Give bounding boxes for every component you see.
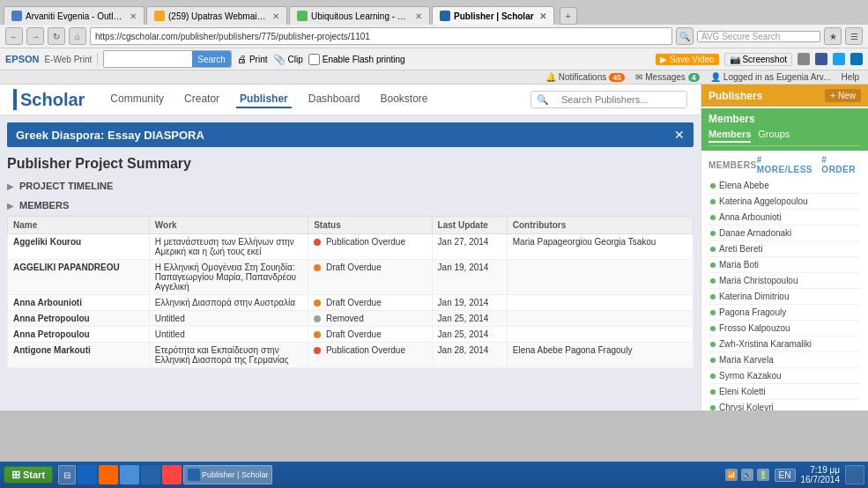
sys-icons: 📶 🔊 🔋: [725, 469, 769, 481]
outlook-icon[interactable]: [141, 465, 160, 484]
nav-community[interactable]: Community: [107, 91, 167, 108]
messages-item[interactable]: ✉ Messages 4: [635, 72, 700, 82]
print-item[interactable]: 🖨 Print: [237, 54, 268, 64]
address-bar[interactable]: https://cgscholar.com/publisher/publishe…: [90, 27, 672, 45]
member-item[interactable]: Katerina Dimitriou: [708, 289, 861, 305]
envelope-icon: ✉: [635, 72, 642, 82]
avg-search-bar[interactable]: AVG Secure Search: [697, 31, 820, 42]
member-item[interactable]: Anna Arbounioti: [708, 210, 861, 226]
new-label: New: [838, 91, 856, 100]
flash-checkbox[interactable]: [308, 54, 320, 65]
order-link[interactable]: # Order: [821, 155, 861, 174]
tab-outlook[interactable]: Arvaniti Evgenia - Outlook We... ✕: [4, 6, 145, 25]
table-row[interactable]: Aggeliki Kourou Η μετανάστευση των Ελλήν…: [8, 234, 694, 260]
cell-work: Ελληνική Διασπορά στην Αυστραλία: [149, 295, 308, 311]
table-row[interactable]: Antigone Markouti Ετερότητα και Εκπαίδευ…: [8, 343, 694, 368]
member-item[interactable]: Maria Karvela: [708, 352, 861, 368]
members-section-header[interactable]: ▶ MEMBERS: [7, 200, 694, 211]
tab-members[interactable]: Members: [708, 129, 751, 143]
more-less-link[interactable]: # More/Less: [757, 155, 817, 174]
settings-button[interactable]: ☰: [845, 27, 863, 45]
member-item[interactable]: Katerina Aggelopoulou: [708, 194, 861, 210]
ie-icon[interactable]: [78, 465, 97, 484]
new-publisher-button[interactable]: + New: [825, 89, 861, 102]
tab-close-publisher[interactable]: ✕: [539, 11, 546, 21]
flash-label[interactable]: Enable Flash printing: [308, 54, 405, 65]
member-dot: [710, 342, 716, 347]
new-tab-button[interactable]: +: [560, 7, 577, 25]
member-dot: [710, 294, 716, 299]
tab-publisher[interactable]: Publisher | Scholar ✕: [432, 6, 554, 25]
status-text: Draft Overdue: [326, 262, 382, 272]
cell-status: Draft Overdue: [308, 327, 432, 343]
bookmark-button[interactable]: ★: [824, 27, 842, 45]
nav-publisher[interactable]: Publisher: [236, 91, 292, 108]
firefox-icon[interactable]: [99, 465, 118, 484]
search-box-sm[interactable]: Search: [103, 50, 232, 68]
nav-bookstore[interactable]: Bookstore: [376, 91, 431, 108]
col-work[interactable]: Work: [149, 217, 308, 234]
tab-groups[interactable]: Groups: [758, 129, 790, 143]
show-desktop-btn-right[interactable]: [845, 465, 864, 484]
address-text: https://cgscholar.com/publisher/publishe…: [95, 32, 667, 41]
search-browser-button[interactable]: 🔍: [676, 27, 694, 45]
logged-in-item[interactable]: 👤 Logged in as Eugenia Arv...: [710, 72, 831, 82]
cell-work: Untitled: [149, 311, 308, 327]
col-status[interactable]: Status: [308, 217, 432, 234]
timeline-section-header[interactable]: ▶ PROJECT TIMELINE: [7, 181, 694, 191]
member-item[interactable]: Maria Boti: [708, 257, 861, 273]
tab-close-outlook[interactable]: ✕: [130, 11, 137, 21]
language-button[interactable]: EN: [775, 469, 796, 482]
member-item[interactable]: Frosso Kalpouzou: [708, 321, 861, 336]
member-name: Zwh-Xristina Karamaliki: [719, 339, 812, 349]
save-video-btn[interactable]: ▶ Save Video: [656, 54, 719, 65]
member-item[interactable]: Maria Christopoulou: [708, 273, 861, 289]
member-item[interactable]: Chrysi Kolevri: [708, 400, 861, 410]
cell-last-update: Jan 28, 2014: [432, 343, 507, 368]
table-row[interactable]: Anna Petropoulou Untitled Draft Overdue …: [8, 327, 694, 343]
notification-bar: 🔔 Notifications 45 ✉ Messages 4 👤 Logged…: [0, 70, 868, 85]
scholar-search[interactable]: 🔍: [530, 91, 687, 108]
member-item[interactable]: Syrmo Kazakou: [708, 368, 861, 384]
scholar-search-input[interactable]: [554, 92, 686, 107]
member-item[interactable]: Elena Abebe: [708, 178, 861, 194]
tab-label-publisher: Publisher | Scholar: [454, 11, 534, 21]
members-green-panel: Members Members Groups: [701, 108, 868, 151]
skype-icon[interactable]: [162, 465, 182, 484]
col-name[interactable]: Name: [8, 217, 150, 234]
tab-close-ubiquitous[interactable]: ✕: [415, 11, 422, 21]
search-submit-sm[interactable]: Search: [192, 51, 231, 67]
member-item[interactable]: Areti Bereti: [708, 241, 861, 257]
nav-dashboard[interactable]: Dashboard: [305, 91, 364, 108]
help-item[interactable]: Help: [841, 72, 859, 82]
forward-button[interactable]: →: [26, 27, 44, 45]
cell-work: Η μετανάστευση των Ελλήνων στην Αμερική …: [149, 234, 308, 260]
back-button[interactable]: ←: [5, 27, 23, 45]
member-item[interactable]: Pagona Fragouly: [708, 305, 861, 321]
table-row[interactable]: Anna Arbounioti Ελληνική Διασπορά στην Α…: [8, 295, 694, 311]
member-item[interactable]: Zwh-Xristina Karamaliki: [708, 336, 861, 352]
clip-item[interactable]: 📎 Clip: [273, 54, 303, 65]
nav-creator[interactable]: Creator: [181, 91, 223, 108]
tab-ubiquitous[interactable]: Ubiquitous Learning - Βιβλ... ✕: [289, 6, 430, 25]
screenshot-btn[interactable]: 📷 Screenshot: [724, 53, 792, 66]
tab-close-webmail[interactable]: ✕: [272, 11, 279, 21]
home-button[interactable]: ⌂: [69, 27, 86, 45]
member-item[interactable]: Danae Arnadonaki: [708, 226, 861, 241]
notifications-item[interactable]: 🔔 Notifications 45: [545, 72, 625, 82]
refresh-button[interactable]: ↻: [48, 27, 65, 45]
table-row[interactable]: Anna Petropoulou Untitled Removed Jan 25…: [8, 311, 694, 327]
show-desktop-btn[interactable]: ⊟: [58, 465, 76, 484]
project-close-button[interactable]: ✕: [674, 128, 685, 142]
member-item[interactable]: Eleni Koletti: [708, 384, 861, 400]
start-button[interactable]: ⊞ Start: [4, 466, 53, 484]
taskbar-right: 📶 🔊 🔋 EN 7:19 μμ 16/7/2014: [725, 465, 864, 484]
tab-webmail[interactable]: (259) Upatras Webmail :: Es... ✕: [146, 6, 287, 25]
taskbar-item-publisher[interactable]: Publisher | Scholar: [183, 465, 272, 484]
col-last-update[interactable]: Last Update: [432, 217, 507, 234]
search-input-sm[interactable]: [104, 51, 192, 67]
table-row[interactable]: AGGELIKI PAPANDREOU Η Ελληνική Ομογένεια…: [8, 260, 694, 295]
chrome-icon[interactable]: [120, 465, 139, 484]
help-label: Help: [841, 72, 859, 82]
col-contributors[interactable]: Contributors: [507, 217, 693, 234]
